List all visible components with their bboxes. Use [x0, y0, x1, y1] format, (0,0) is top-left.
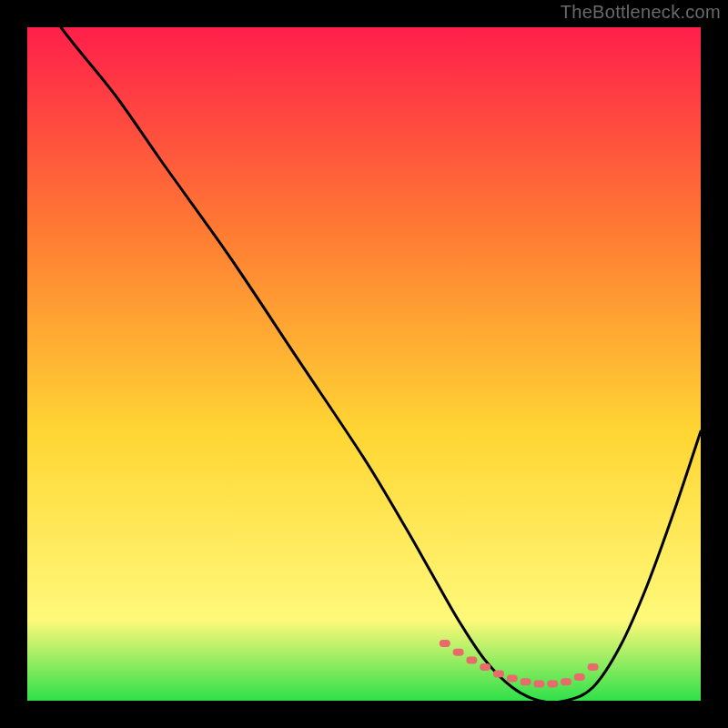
watermark-text: TheBottleneck.com — [561, 2, 721, 23]
marker-dot — [533, 681, 544, 688]
marker-dot — [574, 673, 585, 681]
marker-dot — [547, 681, 558, 688]
marker-dot — [466, 657, 477, 664]
gradient-background — [27, 27, 701, 701]
marker-dot — [453, 649, 464, 656]
marker-dot — [561, 678, 571, 685]
marker-dot — [493, 670, 504, 677]
marker-dot — [521, 678, 531, 685]
marker-dot — [440, 640, 450, 647]
chart-svg — [27, 27, 701, 701]
chart-plot-area — [27, 27, 701, 701]
marker-dot — [507, 675, 518, 682]
marker-dot — [588, 663, 599, 671]
marker-dot — [480, 663, 490, 671]
